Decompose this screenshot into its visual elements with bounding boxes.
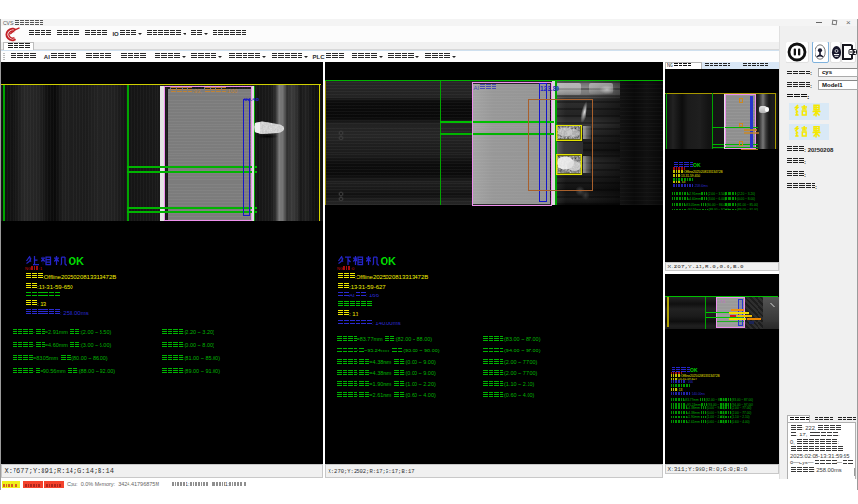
svg-text:OK: OK [381, 255, 397, 266]
svg-text:OK: OK [69, 255, 85, 266]
